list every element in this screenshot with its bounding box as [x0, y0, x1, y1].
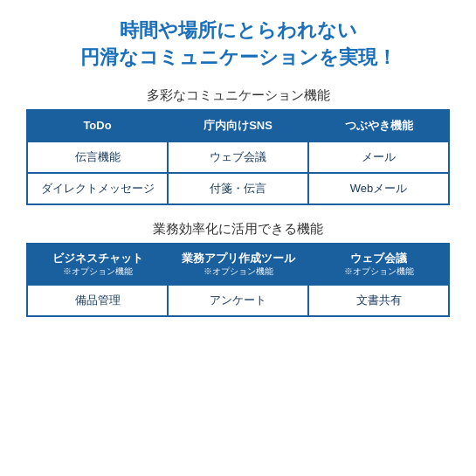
headline: 時間や場所にとらわれない 円滑なコミュニケーションを実現！	[80, 17, 397, 72]
biz-cell-r0-c2: ウェブ会議※オプション機能	[308, 244, 449, 286]
biz-cell-r0-c1: 業務アプリ作成ツール※オプション機能	[168, 244, 308, 286]
communication-section: 多彩なコミュニケーション機能 ToDo庁内向けSNSつぶやき機能伝言機能ウェブ会…	[26, 87, 450, 205]
comm-cell-r2-c2: Webメール	[308, 173, 449, 204]
comm-cell-r2-c0: ダイレクトメッセージ	[27, 173, 168, 204]
comm-cell-r0-c1: 庁内向けSNS	[168, 110, 308, 141]
communication-section-title: 多彩なコミュニケーション機能	[26, 87, 450, 104]
business-grid: ビジネスチャット※オプション機能業務アプリ作成ツール※オプション機能ウェブ会議※…	[26, 243, 450, 318]
comm-cell-r2-c1: 付箋・伝言	[168, 173, 308, 204]
biz-cell-r0-c0: ビジネスチャット※オプション機能	[27, 244, 168, 286]
headline-line1: 時間や場所にとらわれない	[80, 17, 397, 45]
biz-cell-r1-c0: 備品管理	[27, 285, 168, 316]
comm-cell-r0-c2: つぶやき機能	[308, 110, 449, 141]
comm-cell-r1-c0: 伝言機能	[27, 141, 168, 173]
business-section: 業務効率化に活用できる機能 ビジネスチャット※オプション機能業務アプリ作成ツール…	[26, 221, 450, 318]
comm-cell-r1-c1: ウェブ会議	[168, 141, 308, 173]
biz-cell-r1-c2: 文書共有	[308, 285, 449, 316]
headline-line2: 円滑なコミュニケーションを実現！	[80, 45, 397, 72]
comm-cell-r1-c2: メール	[308, 141, 449, 173]
comm-cell-r0-c0: ToDo	[27, 110, 168, 141]
communication-grid: ToDo庁内向けSNSつぶやき機能伝言機能ウェブ会議メールダイレクトメッセージ付…	[26, 109, 450, 205]
biz-cell-r1-c1: アンケート	[168, 285, 308, 316]
business-section-title: 業務効率化に活用できる機能	[26, 221, 450, 238]
